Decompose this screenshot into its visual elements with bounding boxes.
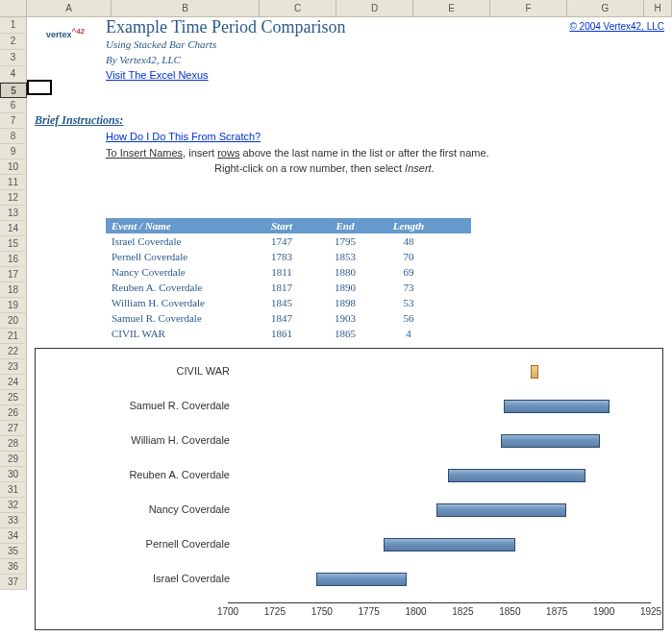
chart-x-tick: 1900 xyxy=(593,606,614,617)
row-header-13[interactable]: 13 xyxy=(0,206,27,221)
active-cell-cursor[interactable] xyxy=(27,80,52,95)
td-end[interactable]: 1865 xyxy=(313,326,377,341)
column-header-H[interactable]: H xyxy=(644,0,672,16)
row-header-3[interactable]: 3 xyxy=(0,50,27,66)
row-header-18[interactable]: 18 xyxy=(0,282,27,298)
column-header-E[interactable]: E xyxy=(413,0,490,16)
td-name[interactable]: William H. Coverdale xyxy=(106,295,250,310)
row-header-37[interactable]: 37 xyxy=(0,575,27,590)
td-start[interactable]: 1747 xyxy=(250,233,313,249)
td-start[interactable]: 1847 xyxy=(250,310,313,326)
row-header-27[interactable]: 27 xyxy=(0,421,27,436)
td-length[interactable]: 56 xyxy=(377,310,440,326)
row-headers-col: 1234567891011121314151617181920212223242… xyxy=(0,17,27,590)
row-header-4[interactable]: 4 xyxy=(0,66,27,83)
scratch-link[interactable]: How Do I Do This From Scratch? xyxy=(106,131,261,142)
row-header-36[interactable]: 36 xyxy=(0,559,27,575)
row-header-6[interactable]: 6 xyxy=(0,98,27,113)
row-header-14[interactable]: 14 xyxy=(0,221,27,236)
row-header-28[interactable]: 28 xyxy=(0,436,27,452)
td-name[interactable]: Reuben A. Coverdale xyxy=(106,280,250,295)
td-start[interactable]: 1861 xyxy=(250,326,313,341)
chart-x-tick: 1850 xyxy=(499,606,520,617)
column-header-F[interactable]: F xyxy=(490,0,567,16)
column-header-C[interactable]: C xyxy=(260,0,336,16)
td-end[interactable]: 1795 xyxy=(313,233,377,249)
td-start[interactable]: 1817 xyxy=(250,280,313,295)
row-header-10[interactable]: 10 xyxy=(0,159,27,175)
row-header-26[interactable]: 26 xyxy=(0,405,27,421)
chart-y-label: CIVIL WAR xyxy=(57,365,230,377)
row-header-21[interactable]: 21 xyxy=(0,329,27,344)
table-header-row: Event / Name Start End Length xyxy=(106,218,471,233)
row-header-7[interactable]: 7 xyxy=(0,113,27,129)
td-end[interactable]: 1898 xyxy=(313,295,377,310)
row-header-1[interactable]: 1 xyxy=(0,17,27,34)
select-all-corner[interactable] xyxy=(0,0,27,16)
row-header-2[interactable]: 2 xyxy=(0,34,27,50)
instruction-line-1: To Insert Names, insert rows above the l… xyxy=(106,147,489,159)
td-length[interactable]: 53 xyxy=(377,295,440,310)
td-end[interactable]: 1880 xyxy=(313,264,377,280)
row-header-30[interactable]: 30 xyxy=(0,467,27,482)
column-header-G[interactable]: G xyxy=(567,0,644,16)
row-header-16[interactable]: 16 xyxy=(0,252,27,267)
td-length[interactable]: 48 xyxy=(377,233,440,249)
row-header-12[interactable]: 12 xyxy=(0,190,27,206)
chart-bar xyxy=(436,503,566,517)
td-name[interactable]: Samuel R. Coverdale xyxy=(106,310,250,326)
th-name: Event / Name xyxy=(106,218,250,233)
chart-y-label: Pernell Coverdale xyxy=(57,538,230,550)
row-header-20[interactable]: 20 xyxy=(0,313,27,329)
row-header-34[interactable]: 34 xyxy=(0,528,27,544)
page-title: Example Time Period Comparison xyxy=(106,17,346,37)
td-length[interactable]: 69 xyxy=(377,264,440,280)
row-header-5[interactable]: 5 xyxy=(0,83,27,98)
row-header-17[interactable]: 17 xyxy=(0,267,27,282)
td-name[interactable]: Nancy Coverdale xyxy=(106,264,250,280)
th-start: Start xyxy=(250,218,313,233)
column-header-A[interactable]: A xyxy=(27,0,112,16)
td-name[interactable]: Pernell Coverdale xyxy=(106,249,250,264)
chart-x-tick: 1825 xyxy=(452,606,473,617)
td-length[interactable]: 70 xyxy=(377,249,440,264)
table-row: Nancy Coverdale1811188069 xyxy=(106,264,471,280)
byline: By Vertex42, LLC xyxy=(106,54,181,65)
td-end[interactable]: 1903 xyxy=(313,310,377,326)
td-length[interactable]: 73 xyxy=(377,280,440,295)
data-table: Event / Name Start End Length Israel Cov… xyxy=(106,218,471,341)
row-header-25[interactable]: 25 xyxy=(0,390,27,405)
row-header-23[interactable]: 23 xyxy=(0,359,27,375)
row-header-35[interactable]: 35 xyxy=(0,544,27,559)
row-header-8[interactable]: 8 xyxy=(0,129,27,144)
td-end[interactable]: 1890 xyxy=(313,280,377,295)
row-header-11[interactable]: 11 xyxy=(0,175,27,190)
chart-y-label: Samuel R. Coverdale xyxy=(57,400,230,411)
copyright-link[interactable]: © 2004 Vertex42, LLC xyxy=(569,21,664,32)
column-header-B[interactable]: B xyxy=(112,0,260,16)
column-header-D[interactable]: D xyxy=(336,0,413,16)
gantt-chart: CIVIL WARSamuel R. CoverdaleWilliam H. C… xyxy=(35,348,663,630)
td-start[interactable]: 1783 xyxy=(250,249,313,264)
row-header-31[interactable]: 31 xyxy=(0,482,27,498)
vertex42-logo: vertex^42 xyxy=(29,19,102,46)
td-name[interactable]: CIVIL WAR xyxy=(106,326,250,341)
td-length[interactable]: 4 xyxy=(377,326,440,341)
visit-nexus-link[interactable]: Visit The Excel Nexus xyxy=(106,69,209,81)
row-header-19[interactable]: 19 xyxy=(0,298,27,313)
row-header-24[interactable]: 24 xyxy=(0,375,27,390)
td-start[interactable]: 1845 xyxy=(250,295,313,310)
chart-y-label: Nancy Coverdale xyxy=(57,503,230,515)
row-header-32[interactable]: 32 xyxy=(0,498,27,513)
row-header-29[interactable]: 29 xyxy=(0,452,27,467)
table-row: CIVIL WAR186118654 xyxy=(106,326,471,341)
chart-bar xyxy=(316,573,407,586)
row-header-9[interactable]: 9 xyxy=(0,144,27,159)
row-header-33[interactable]: 33 xyxy=(0,513,27,528)
row-header-15[interactable]: 15 xyxy=(0,236,27,252)
spreadsheet: ABCDEFGH 1234567891011121314151617181920… xyxy=(0,0,672,637)
td-start[interactable]: 1811 xyxy=(250,264,313,280)
row-header-22[interactable]: 22 xyxy=(0,344,27,359)
td-name[interactable]: Israel Coverdale xyxy=(106,233,250,249)
td-end[interactable]: 1853 xyxy=(313,249,377,264)
